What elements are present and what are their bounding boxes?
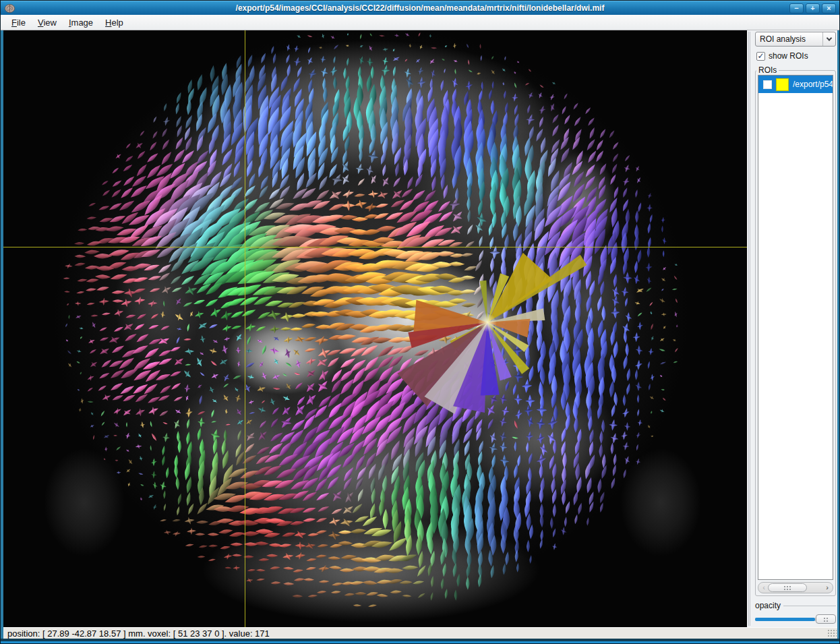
window-title: /export/p54/images/CCI/analysis/CCI22/di… <box>1 3 839 13</box>
opacity-slider[interactable] <box>755 614 836 624</box>
menu-item-help[interactable]: Help <box>99 16 129 29</box>
grip-dots-icon <box>783 585 792 590</box>
resize-grip[interactable] <box>827 629 837 637</box>
roi-color-swatch[interactable] <box>776 78 789 91</box>
menu-view-rest: iew <box>43 18 57 28</box>
roi-item-label: /export/p54 <box>793 80 833 89</box>
maximize-button[interactable]: + <box>806 3 820 13</box>
rois-group-label: ROIs <box>756 65 779 75</box>
menu-item-view[interactable]: View <box>32 16 63 29</box>
show-rois-label: show ROIs <box>769 51 808 61</box>
tool-selector-combobox[interactable]: ROI analysis <box>755 32 836 47</box>
titlebar[interactable]: /export/p54/images/CCI/analysis/CCI22/di… <box>1 1 839 15</box>
opacity-group: opacity <box>755 601 836 626</box>
opacity-rule <box>783 606 836 606</box>
scroll-left-button[interactable]: ‹ <box>760 583 767 593</box>
image-viewport[interactable] <box>3 30 747 627</box>
menubar: File View Image Help <box>1 15 839 30</box>
minimize-button[interactable]: − <box>789 3 804 13</box>
tool-selector-value: ROI analysis <box>760 34 806 44</box>
close-button[interactable]: × <box>822 3 836 13</box>
scrollbar-thumb[interactable] <box>768 583 807 592</box>
grip-dots-icon <box>823 617 829 622</box>
menu-image-rest: mage <box>71 18 94 28</box>
scroll-right-button[interactable]: › <box>824 583 831 593</box>
brain-icon <box>4 3 16 13</box>
menu-help-rest: elp <box>111 18 123 28</box>
chevron-down-icon <box>827 35 832 40</box>
opacity-label: opacity <box>755 601 781 610</box>
combobox-arrow-box <box>822 32 835 46</box>
show-rois-row[interactable]: ✓ show ROIs <box>756 51 836 61</box>
menu-item-file[interactable]: File <box>5 16 32 29</box>
roi-list-hscrollbar[interactable]: ‹ › <box>758 582 833 593</box>
menu-file-rest: ile <box>17 18 26 28</box>
viewport-canvas[interactable] <box>3 30 747 627</box>
window-frame-bottom <box>1 639 839 643</box>
opacity-slider-fill <box>755 618 815 621</box>
menu-item-image[interactable]: Image <box>63 16 99 29</box>
tool-sidebar: ROI analysis ✓ show ROIs ROIs /export/p5… <box>751 30 837 627</box>
roi-list[interactable]: /export/p54 <box>758 75 833 580</box>
statusbar: position: [ 27.89 -42.87 18.57 ] mm. vox… <box>3 627 837 639</box>
status-text: position: [ 27.89 -42.87 18.57 ] mm. vox… <box>7 628 270 639</box>
app-window: /export/p54/images/CCI/analysis/CCI22/di… <box>0 0 840 644</box>
rois-group: ROIs /export/p54 ‹ › <box>755 70 836 596</box>
show-rois-checkbox[interactable]: ✓ <box>756 52 765 61</box>
opacity-slider-handle[interactable] <box>816 614 836 624</box>
menu-file-accel: F <box>11 18 17 28</box>
roi-item-checkbox[interactable] <box>763 80 772 89</box>
roi-list-item[interactable]: /export/p54 <box>758 76 833 93</box>
main-area: ROI analysis ✓ show ROIs ROIs /export/p5… <box>3 30 837 627</box>
